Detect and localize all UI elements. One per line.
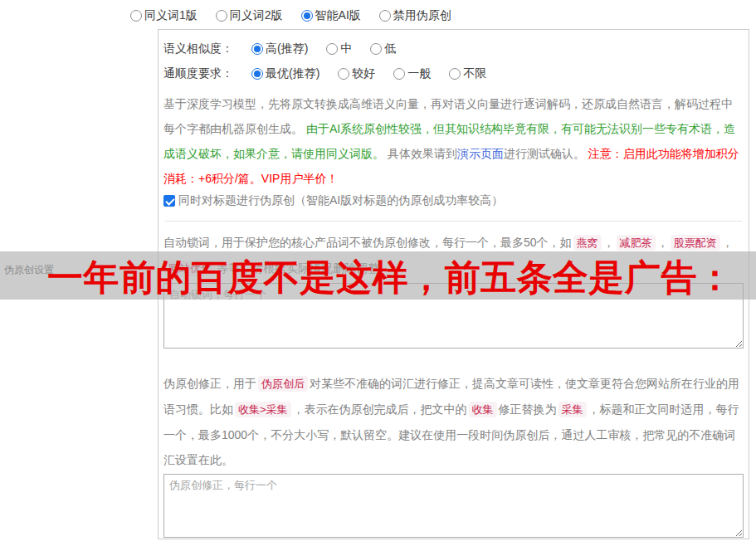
text-segment: 伪原创后 bbox=[258, 376, 308, 392]
radio-icon bbox=[216, 10, 227, 22]
overlay-caption: 一年前的百度不是这样，前五条全是广告： bbox=[47, 254, 734, 302]
radio-label: 禁用伪原创 bbox=[393, 8, 451, 23]
page: 伪原创设置 同义词1版 同义词2版 智能AI版 禁用伪原创 语义相似度： 高(推… bbox=[0, 0, 756, 546]
radio-icon bbox=[449, 68, 461, 80]
spin-mode-radio-group: 同义词1版 同义词2版 智能AI版 禁用伪原创 bbox=[130, 8, 451, 23]
radio-label: 最优(推荐) bbox=[266, 66, 319, 81]
radio-label: 同义词2版 bbox=[230, 8, 283, 23]
demo-page-link[interactable]: 演示页面 bbox=[457, 147, 504, 160]
radio-label: 同义词1版 bbox=[144, 8, 198, 23]
section-divider bbox=[165, 221, 742, 222]
fluency-normal[interactable]: 一般 bbox=[393, 66, 431, 81]
similarity-medium[interactable]: 中 bbox=[326, 41, 352, 56]
radio-label: 中 bbox=[340, 41, 352, 56]
text-segment: 进行测试确认。 bbox=[504, 147, 588, 160]
radio-icon bbox=[338, 68, 349, 80]
correction-description: 伪原创修正，用于伪原创后对某些不准确的词汇进行修正，提高文章可读性，使文章更符合… bbox=[163, 371, 744, 472]
text-segment: 修正替换为 bbox=[499, 402, 557, 416]
radio-icon bbox=[251, 43, 263, 55]
radio-icon bbox=[379, 10, 391, 22]
radio-synonym-v2[interactable]: 同义词2版 bbox=[216, 8, 283, 23]
title-spin-checkbox[interactable] bbox=[163, 195, 175, 207]
radio-label: 低 bbox=[384, 41, 396, 56]
radio-icon bbox=[393, 68, 405, 80]
radio-icon bbox=[370, 43, 382, 55]
radio-synonym-v1[interactable]: 同义词1版 bbox=[130, 8, 198, 23]
text-segment: ， bbox=[722, 236, 734, 249]
similarity-low[interactable]: 低 bbox=[370, 41, 396, 56]
radio-label: 较好 bbox=[352, 66, 375, 81]
text-segment: ， bbox=[657, 236, 669, 249]
text-segment: 具体效果请到 bbox=[384, 147, 457, 160]
radio-icon bbox=[130, 10, 142, 22]
radio-label: 智能AI版 bbox=[315, 8, 361, 23]
text-segment: 减肥茶 bbox=[617, 235, 656, 251]
text-segment: 股票配资 bbox=[671, 235, 720, 251]
fluency-best[interactable]: 最优(推荐) bbox=[251, 66, 319, 81]
radio-icon bbox=[326, 43, 338, 55]
ai-description: 基于深度学习模型，先将原文转换成高维语义向量，再对语义向量进行逐词解码，还原成自… bbox=[163, 91, 744, 191]
correction-textarea[interactable] bbox=[163, 474, 744, 538]
text-segment: ，表示在伪原创完成后，把文中的 bbox=[293, 402, 467, 416]
similarity-high[interactable]: 高(推荐) bbox=[251, 41, 308, 56]
text-segment: 收集>采集 bbox=[235, 402, 291, 417]
semantic-similarity-row: 语义相似度： 高(推荐) 中 低 bbox=[163, 41, 744, 56]
text-segment: 燕窝 bbox=[573, 235, 602, 251]
title-spin-row: 同时对标题进行伪原创（智能AI版对标题的伪原创成功率较高） bbox=[163, 193, 744, 208]
text-segment: 收集 bbox=[469, 402, 497, 417]
radio-smart-ai[interactable]: 智能AI版 bbox=[301, 8, 361, 23]
text-segment: 伪原创修正，用于 bbox=[163, 377, 256, 390]
fluency-label: 通顺度要求： bbox=[163, 66, 233, 81]
semantic-similarity-label: 语义相似度： bbox=[163, 41, 233, 56]
title-spin-label: 同时对标题进行伪原创（智能AI版对标题的伪原创成功率较高） bbox=[178, 193, 503, 208]
text-segment: ， bbox=[603, 236, 615, 249]
fluency-any[interactable]: 不限 bbox=[449, 66, 486, 81]
radio-label: 一般 bbox=[407, 66, 431, 81]
fluency-row: 通顺度要求： 最优(推荐) 较好 一般 不限 bbox=[163, 66, 744, 81]
radio-label: 不限 bbox=[463, 66, 486, 81]
radio-label: 高(推荐) bbox=[266, 41, 308, 56]
fluency-good[interactable]: 较好 bbox=[338, 66, 375, 81]
radio-icon bbox=[251, 68, 263, 80]
radio-disable-spin[interactable]: 禁用伪原创 bbox=[379, 8, 451, 23]
radio-icon bbox=[301, 10, 313, 22]
text-segment: 自动锁词，用于保护您的核心产品词不被伪原创修改，每行一个，最多50个，如 bbox=[163, 236, 572, 249]
text-segment: 采集 bbox=[558, 402, 587, 417]
